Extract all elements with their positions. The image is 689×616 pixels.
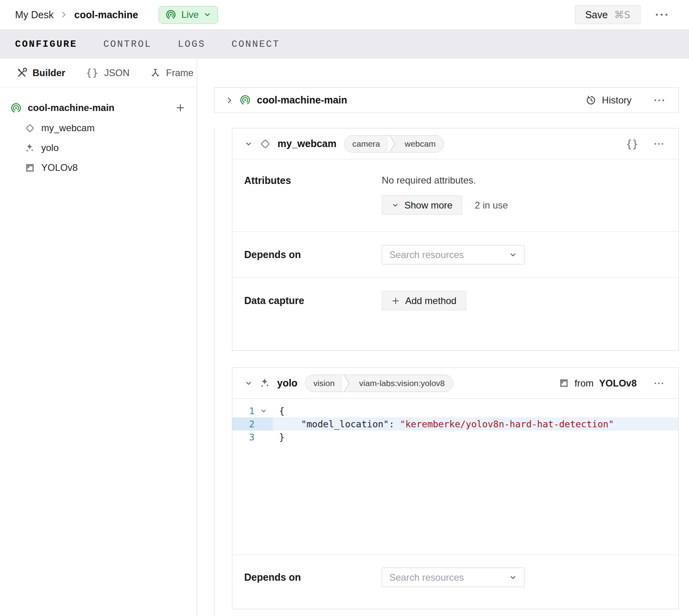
mode-frame[interactable]: Frame xyxy=(150,67,193,78)
part-menu-button[interactable] xyxy=(651,96,667,104)
kebab-icon xyxy=(654,99,665,102)
add-method-button[interactable]: Add method xyxy=(382,291,466,310)
mode-builder[interactable]: Builder xyxy=(17,67,65,78)
code-line: 3 } xyxy=(232,430,678,444)
json-colon: : xyxy=(389,419,400,429)
tree-item-yolov8-module[interactable]: YOLOv8 xyxy=(0,158,197,178)
line-number: 1 xyxy=(232,406,255,416)
tree-item-label: YOLOv8 xyxy=(41,162,78,173)
topbar-actions: Save ⌘S xyxy=(575,5,671,24)
module-icon xyxy=(25,163,35,173)
resource-menu-button[interactable] xyxy=(651,379,666,387)
camera-component-icon xyxy=(260,138,271,149)
api-badge: camera xyxy=(344,139,388,149)
mode-json[interactable]: {} JSON xyxy=(86,67,130,78)
builder-tools-icon xyxy=(17,68,27,78)
from-module-link[interactable]: from YOLOv8 xyxy=(559,378,637,389)
mode-frame-label: Frame xyxy=(166,67,193,78)
chevron-down-icon xyxy=(509,251,517,259)
from-module-name: YOLOv8 xyxy=(599,378,637,389)
yolo-resource-card: yolo vision viam-labs:vision:yolov8 xyxy=(232,367,679,609)
resource-type-badge: vision viam-labs:vision:yolov8 xyxy=(305,375,453,392)
sparkles-service-icon xyxy=(260,378,270,388)
resource-type-badge: camera webcam xyxy=(344,135,444,153)
code-text: "model_location": "keremberke/yolov8n-ha… xyxy=(273,417,678,430)
breadcrumb-parent-link[interactable]: My Desk xyxy=(15,9,54,21)
attributes-section: Attributes No required attributes. Show … xyxy=(232,159,678,231)
frame-axes-icon xyxy=(150,68,161,78)
resource-title: my_webcam xyxy=(278,138,337,149)
part-collapse-button[interactable] xyxy=(226,96,233,105)
tab-control[interactable]: CONTROL xyxy=(103,39,152,50)
history-clock-icon xyxy=(586,95,596,105)
tab-logs[interactable]: LOGS xyxy=(178,39,205,50)
chevron-down-icon xyxy=(244,140,253,148)
live-status-badge[interactable]: Live xyxy=(159,6,218,24)
code-text: } xyxy=(273,430,678,444)
chevron-down-icon xyxy=(204,11,211,18)
api-badge: vision xyxy=(305,379,343,388)
tree-item-yolo[interactable]: yolo xyxy=(0,138,197,158)
tree-item-my-webcam[interactable]: my_webcam xyxy=(0,118,197,138)
machine-part-icon xyxy=(11,103,21,113)
tree-item-label: my_webcam xyxy=(41,122,95,134)
overflow-menu-button[interactable] xyxy=(653,10,671,19)
kebab-icon xyxy=(654,382,664,385)
show-more-button[interactable]: Show more xyxy=(382,195,462,215)
module-icon xyxy=(559,378,569,388)
attributes-empty-text: No required attributes. xyxy=(382,174,508,186)
tab-configure[interactable]: CONFIGURE xyxy=(15,39,77,50)
line-number: 3 xyxy=(232,432,255,442)
tab-bar: CONFIGURE CONTROL LOGS CONNECT xyxy=(0,30,689,59)
edit-json-button[interactable]: {} xyxy=(626,138,638,150)
data-capture-label: Data capture xyxy=(244,291,382,310)
depends-on-section: Depends on Search resources xyxy=(232,231,678,277)
resource-tree: cool-machine-main my_webcam xyxy=(0,87,197,178)
code-indent xyxy=(279,419,301,429)
code-text: { xyxy=(273,404,678,417)
tree-root-label: cool-machine-main xyxy=(28,102,115,113)
tab-connect[interactable]: CONNECT xyxy=(232,39,280,50)
json-key: "model_location" xyxy=(301,419,389,429)
badge-divider-icon xyxy=(343,375,351,392)
resource-title: yolo xyxy=(277,377,297,389)
webcam-resource-card: my_webcam camera webcam {} xyxy=(232,128,679,351)
tree-item-machine-part[interactable]: cool-machine-main xyxy=(0,98,197,118)
json-string-value: "keremberke/yolov8n-hard-hat-detection" xyxy=(400,419,614,429)
machine-part-header-card: cool-machine-main History xyxy=(214,87,679,113)
card-collapse-button[interactable] xyxy=(244,140,253,148)
add-resource-button[interactable] xyxy=(176,103,185,112)
breadcrumb-separator-icon xyxy=(61,10,67,19)
plus-icon xyxy=(176,103,185,112)
config-main: cool-machine-main History xyxy=(197,59,689,616)
save-label: Save xyxy=(585,9,608,21)
depends-on-select[interactable]: Search resources xyxy=(382,245,524,264)
mode-builder-label: Builder xyxy=(33,67,65,78)
machine-part-icon xyxy=(240,95,251,105)
code-fold-toggle[interactable] xyxy=(255,408,273,414)
webcam-card-header: my_webcam camera webcam {} xyxy=(232,128,678,159)
kebab-icon xyxy=(655,13,668,17)
live-label: Live xyxy=(181,9,199,20)
save-shortcut: ⌘S xyxy=(614,9,630,21)
history-button[interactable]: History xyxy=(586,95,632,106)
attributes-value: No required attributes. Show more 2 in u… xyxy=(382,174,508,215)
chevron-right-icon xyxy=(226,96,233,105)
sparkles-service-icon xyxy=(25,143,35,153)
depends-on-placeholder: Search resources xyxy=(389,572,464,583)
depends-on-select[interactable]: Search resources xyxy=(382,568,524,587)
tree-item-label: yolo xyxy=(41,142,59,153)
card-collapse-button[interactable] xyxy=(244,379,253,388)
model-badge: viam-labs:vision:yolov8 xyxy=(351,379,453,388)
attributes-json-editor[interactable]: 1 { 2 xyxy=(232,398,678,555)
from-prefix: from xyxy=(574,378,593,389)
chevron-down-icon xyxy=(509,574,517,582)
part-resources-container: my_webcam camera webcam {} xyxy=(214,128,679,616)
code-line: 1 { xyxy=(232,404,678,417)
fold-chevron-icon xyxy=(260,408,267,414)
resource-menu-button[interactable] xyxy=(651,140,666,148)
kebab-icon xyxy=(654,142,664,145)
code-line-active: 2 "model_location": "keremberke/yolov8n-… xyxy=(232,417,678,430)
save-button[interactable]: Save ⌘S xyxy=(575,5,641,24)
breadcrumb-current: cool-machine xyxy=(74,9,138,21)
